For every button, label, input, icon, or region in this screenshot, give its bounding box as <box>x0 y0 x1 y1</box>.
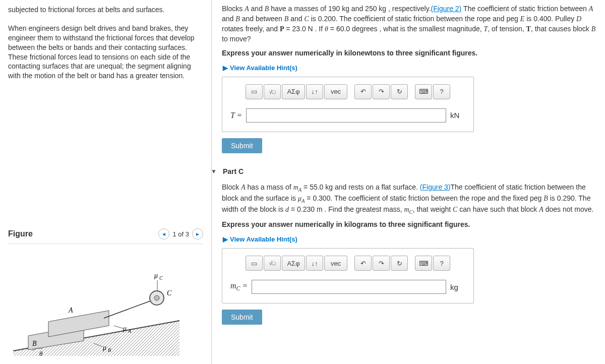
caret-right-icon: ▶ <box>223 64 228 72</box>
reset-button[interactable]: ↻ <box>391 256 408 271</box>
part-b-express: Express your answer numerically in kilon… <box>222 49 599 57</box>
svg-text:μ: μ <box>102 344 106 351</box>
svg-line-15 <box>114 326 124 329</box>
pager-next-button[interactable]: ▸ <box>192 228 203 239</box>
figure-title: Figure <box>8 229 33 238</box>
part-b-submit-button[interactable]: Submit <box>222 138 262 153</box>
part-b-answer-row: T = kN <box>230 108 465 123</box>
figure-divider <box>8 244 203 244</box>
fraction-icon: √□ <box>269 260 276 266</box>
part-b-input[interactable] <box>246 108 446 123</box>
reset-icon: ↻ <box>397 260 402 267</box>
figure-2-link[interactable]: (Figure 2) <box>431 5 462 13</box>
keyboard-button[interactable]: ⌨ <box>415 256 432 271</box>
part-c-answer-box: ▭ √□ ΑΣφ ↓↑ vec ↶ ↷ ↻ ⌨ ? mC = kg <box>222 248 474 304</box>
part-c-submit-button[interactable]: Submit <box>222 310 262 325</box>
greek-button[interactable]: ΑΣφ <box>282 84 305 99</box>
arrows-up-down-icon: ↓↑ <box>312 260 318 267</box>
part-c-prompt: Block A has a mass of mA = 55.0 kg and r… <box>222 183 599 216</box>
svg-text:C: C <box>159 275 163 281</box>
subscript-button[interactable]: ↓↑ <box>306 256 323 271</box>
redo-button[interactable]: ↷ <box>373 256 390 271</box>
part-c-title: Part C <box>223 167 244 175</box>
svg-text:B: B <box>32 340 37 347</box>
help-button[interactable]: ? <box>433 84 450 99</box>
svg-text:A: A <box>68 307 73 314</box>
part-c-header[interactable]: ▼ Part C <box>222 167 599 175</box>
pager-prev-button[interactable]: ◂ <box>158 228 169 239</box>
subscript-button[interactable]: ↓↑ <box>306 84 323 99</box>
templates-button[interactable]: ▭ <box>246 256 263 271</box>
vector-button[interactable]: vec <box>324 84 347 99</box>
figure-pager: ◂ 1 of 3 ▸ <box>158 228 203 239</box>
templates-button[interactable]: ▭ <box>246 84 263 99</box>
svg-text:C: C <box>167 289 172 297</box>
right-panel: Blocks A and B have a masses of 190 kg a… <box>212 0 605 364</box>
keyboard-button[interactable]: ⌨ <box>415 84 432 99</box>
undo-button[interactable]: ↶ <box>354 84 372 99</box>
redo-icon: ↷ <box>379 260 384 267</box>
undo-icon: ↶ <box>360 260 366 267</box>
keyboard-icon: ⌨ <box>419 260 429 267</box>
intro-line-1: subjected to frictional forces at belts … <box>8 5 203 15</box>
svg-point-6 <box>154 295 159 300</box>
part-b-prompt: Blocks A and B have a masses of 190 kg a… <box>222 4 599 44</box>
svg-text:A: A <box>128 328 132 334</box>
part-c-var-label: mC = <box>230 281 248 292</box>
undo-button[interactable]: ↶ <box>354 256 372 271</box>
part-c-unit: kg <box>450 283 465 291</box>
svg-line-4 <box>104 300 152 318</box>
left-panel: subjected to frictional forces at belts … <box>0 0 212 364</box>
vector-button[interactable]: vec <box>324 256 347 271</box>
caret-right-icon: ▶ <box>223 235 228 243</box>
part-c-answer-row: mC = kg <box>230 280 465 294</box>
part-b-unit: kN <box>450 111 465 119</box>
arrows-up-down-icon: ↓↑ <box>312 88 318 95</box>
help-button[interactable]: ? <box>433 256 450 271</box>
fraction-button[interactable]: √□ <box>264 84 281 99</box>
svg-text:B: B <box>108 347 111 353</box>
redo-button[interactable]: ↷ <box>373 84 390 99</box>
part-c-input[interactable] <box>252 280 446 294</box>
figure-header: Figure ◂ 1 of 3 ▸ <box>8 213 203 239</box>
part-c-express: Express your answer numerically in kilog… <box>222 220 599 228</box>
greek-button[interactable]: ΑΣφ <box>282 256 305 271</box>
pager-label: 1 of 3 <box>172 230 189 238</box>
part-c-hints-toggle[interactable]: ▶ View Available Hint(s) <box>223 235 297 243</box>
svg-text:μ: μ <box>154 272 158 279</box>
undo-icon: ↶ <box>360 88 366 95</box>
part-b-toolbar: ▭ √□ ΑΣφ ↓↑ vec ↶ ↷ ↻ ⌨ ? <box>230 84 465 99</box>
template-icon: ▭ <box>251 88 257 95</box>
figure-image: C A B μ C μ A μ B θ <box>8 250 203 356</box>
intro-paragraph: When engineers design belt drives and ba… <box>8 24 203 81</box>
template-icon: ▭ <box>251 260 257 267</box>
figure-3-link[interactable]: (Figure 3) <box>420 183 451 191</box>
reset-button[interactable]: ↻ <box>391 84 408 99</box>
svg-text:θ: θ <box>39 350 43 356</box>
part-b-var-label: T = <box>230 111 242 120</box>
keyboard-icon: ⌨ <box>419 88 429 95</box>
part-b-answer-box: ▭ √□ ΑΣφ ↓↑ vec ↶ ↷ ↻ ⌨ ? T = kN <box>222 77 474 132</box>
reset-icon: ↻ <box>397 88 402 95</box>
redo-icon: ↷ <box>379 88 384 95</box>
part-c-toolbar: ▭ √□ ΑΣφ ↓↑ vec ↶ ↷ ↻ ⌨ ? <box>230 256 465 271</box>
caret-down-icon: ▼ <box>212 168 217 175</box>
part-b-hints-toggle[interactable]: ▶ View Available Hint(s) <box>223 64 297 72</box>
fraction-icon: √□ <box>269 89 276 95</box>
fraction-button[interactable]: √□ <box>264 256 281 271</box>
